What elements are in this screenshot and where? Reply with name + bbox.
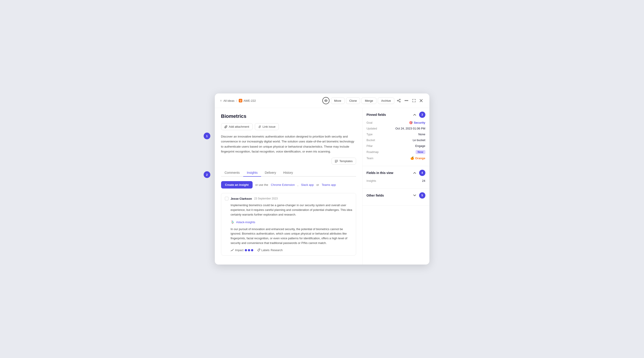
header-actions: Move Clone Merge Archive ••• <box>322 97 424 104</box>
other-fields-title: Other fields <box>366 194 384 197</box>
impact-dot-3 <box>251 249 253 251</box>
sidebar: Pinned fields 3 <box>362 108 430 264</box>
goal-value: 🎯 Security <box>409 121 425 124</box>
issue-id: AWE-222 <box>244 99 256 102</box>
pinned-fields-header: Pinned fields 3 <box>366 112 426 118</box>
insight-date: 23 September 2023 <box>254 197 278 200</box>
roadmap-label: Roadmap <box>366 150 379 154</box>
create-insight-button[interactable]: Create an insight <box>221 181 252 188</box>
field-team: Team 🍊 Orange <box>366 156 426 160</box>
issue-title: Biometrics <box>221 113 356 119</box>
modal-container: ≡ All ideas / Q AWE-222 Move Clone Merge <box>215 94 430 264</box>
impact-dots <box>245 249 253 251</box>
fields-in-view-title: Fields in this view <box>366 171 394 175</box>
svg-point-14 <box>259 249 260 250</box>
main-content: Biometrics Add attachment Link issue <box>215 108 362 264</box>
field-pillar: Pillar Engage <box>366 144 426 148</box>
research-label: Research <box>271 249 283 252</box>
field-roadmap: Roadmap Now <box>366 150 426 154</box>
add-attachment-button[interactable]: Add attachment <box>221 123 252 130</box>
field-insights: Insights 24 <box>366 179 426 182</box>
templates-icon <box>335 160 338 162</box>
action-buttons: Add attachment Link issue <box>221 123 356 130</box>
field-goal: Goal 🎯 Security <box>366 121 426 124</box>
collapse-other-fields-button[interactable] <box>412 194 417 197</box>
insight-checkbox[interactable] <box>225 197 228 200</box>
share-button[interactable] <box>396 98 402 104</box>
updated-label: Updated <box>366 127 377 130</box>
pillar-label: Pillar <box>366 144 373 148</box>
archive-button[interactable]: Archive <box>378 98 394 104</box>
tab-comments[interactable]: Comments <box>221 169 244 177</box>
impact-meta: Impact <box>231 249 254 252</box>
fields-in-view-header: Fields in this view 4 <box>366 170 426 176</box>
annotation-3: 3 <box>419 112 426 118</box>
bucket-value: Le bucket <box>413 138 425 142</box>
insights-value: 24 <box>422 179 425 182</box>
tab-insights[interactable]: Insights <box>243 169 261 177</box>
more-options-button[interactable]: ••• <box>403 97 410 104</box>
svg-line-6 <box>398 101 400 102</box>
label-icon <box>257 249 260 252</box>
other-fields-section: Other fields 5 <box>362 189 430 206</box>
merge-button[interactable]: Merge <box>362 98 376 104</box>
team-value: 🍊 Orange <box>410 156 426 160</box>
chevron-up-icon <box>413 114 416 116</box>
share-icon <box>397 99 400 102</box>
svg-rect-12 <box>335 162 337 162</box>
field-bucket: Bucket Le bucket <box>366 138 426 142</box>
svg-rect-9 <box>335 160 338 160</box>
tab-delivery[interactable]: Delivery <box>261 169 280 177</box>
close-icon <box>420 99 423 102</box>
svg-line-5 <box>398 100 400 100</box>
labels-label: Labels <box>261 249 270 252</box>
goal-label: Goal <box>366 121 372 124</box>
templates-button[interactable]: Templates <box>332 158 356 164</box>
teams-app-link[interactable]: Teams app <box>322 183 336 186</box>
insight-item: Jesse Clarkson 23 September 2023 Impleme… <box>221 193 356 256</box>
watch-button[interactable] <box>322 97 330 104</box>
field-updated: Updated Oct 24, 2023 01:06 PM <box>366 127 426 130</box>
close-button[interactable] <box>418 98 424 104</box>
move-button[interactable]: Move <box>331 98 345 104</box>
tab-history[interactable]: History <box>280 169 297 177</box>
team-label: Team <box>366 157 374 160</box>
type-value: None <box>418 132 425 136</box>
collapse-fields-in-view-button[interactable] <box>412 172 417 174</box>
slack-content-text: In our pursuit of innovation and enhance… <box>225 227 352 246</box>
impact-label: Impact <box>235 249 244 252</box>
roadmap-value: Now <box>416 150 425 154</box>
impact-icon <box>231 249 234 252</box>
templates-area: Templates <box>221 158 356 164</box>
create-insight-area: Create an insight or use the Chrome Exte… <box>221 181 356 188</box>
bucket-label: Bucket <box>366 139 375 142</box>
all-ideas-link[interactable]: All ideas <box>224 99 234 102</box>
svg-rect-11 <box>337 161 338 162</box>
collapse-pinned-button[interactable] <box>412 113 417 116</box>
breadcrumb-separator: / <box>236 99 237 102</box>
pinned-fields-title: Pinned fields <box>366 113 386 116</box>
link-issue-button[interactable]: Link issue <box>255 123 279 130</box>
insight-body: Implementing biometrics could be a game-… <box>225 203 352 217</box>
or-text: or use the <box>255 183 268 186</box>
breadcrumb: ≡ All ideas / Q AWE-222 <box>220 99 256 102</box>
slack-app-link[interactable]: Slack app <box>301 183 314 186</box>
slack-channel-link[interactable]: #slack-insights <box>236 220 255 224</box>
updated-value: Oct 24, 2023 01:06 PM <box>396 127 426 130</box>
breadcrumb-id: Q AWE-222 <box>239 99 256 102</box>
pinned-fields-section: Pinned fields 3 <box>362 108 430 166</box>
expand-button[interactable] <box>411 98 417 104</box>
chevron-down-icon <box>413 194 416 196</box>
clone-button[interactable]: Clone <box>346 98 360 104</box>
field-type: Type None <box>366 132 426 136</box>
link-icon <box>258 125 261 128</box>
slack-icon <box>231 220 235 224</box>
svg-point-2 <box>400 99 400 100</box>
annotation-2: 2 <box>204 171 210 178</box>
impact-dot-1 <box>245 249 247 251</box>
chrome-extension-link[interactable]: Chrome Extension <box>271 183 295 186</box>
annotation-4: 4 <box>419 170 426 176</box>
slack-link-box: #slack-insights <box>225 220 352 224</box>
tabs-bar: Comments Insights Delivery History <box>221 169 356 177</box>
type-label: Type <box>366 133 373 136</box>
